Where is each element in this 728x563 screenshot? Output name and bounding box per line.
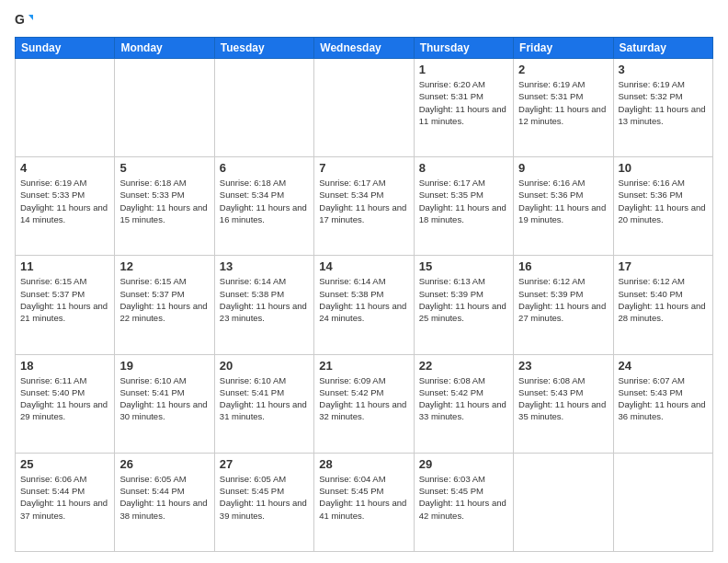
- day-info: Sunrise: 6:04 AM Sunset: 5:45 PM Dayligh…: [319, 473, 408, 522]
- day-info: Sunrise: 6:03 AM Sunset: 5:45 PM Dayligh…: [419, 473, 508, 522]
- day-number: 8: [419, 161, 508, 175]
- calendar-cell: 13Sunrise: 6:14 AM Sunset: 5:38 PM Dayli…: [214, 256, 313, 354]
- week-row-3: 11Sunrise: 6:15 AM Sunset: 5:37 PM Dayli…: [16, 256, 713, 354]
- weekday-header-monday: Monday: [115, 38, 214, 59]
- calendar-cell: 25Sunrise: 6:06 AM Sunset: 5:44 PM Dayli…: [16, 453, 115, 551]
- calendar-cell: 21Sunrise: 6:09 AM Sunset: 5:42 PM Dayli…: [314, 354, 414, 453]
- calendar-cell: 12Sunrise: 6:15 AM Sunset: 5:37 PM Dayli…: [115, 256, 214, 354]
- day-number: 17: [619, 259, 708, 273]
- calendar-cell: 9Sunrise: 6:16 AM Sunset: 5:36 PM Daylig…: [514, 157, 613, 256]
- day-info: Sunrise: 6:19 AM Sunset: 5:31 PM Dayligh…: [518, 78, 608, 127]
- day-number: 18: [20, 359, 109, 373]
- day-info: Sunrise: 6:17 AM Sunset: 5:34 PM Dayligh…: [319, 177, 408, 225]
- weekday-header-sunday: Sunday: [16, 38, 115, 59]
- day-info: Sunrise: 6:20 AM Sunset: 5:31 PM Dayligh…: [419, 78, 508, 127]
- day-info: Sunrise: 6:10 AM Sunset: 5:41 PM Dayligh…: [220, 374, 309, 423]
- calendar-cell: 24Sunrise: 6:07 AM Sunset: 5:43 PM Dayli…: [613, 354, 712, 453]
- header: G: [15, 11, 713, 29]
- day-info: Sunrise: 6:08 AM Sunset: 5:43 PM Dayligh…: [518, 374, 608, 423]
- week-row-1: 1Sunrise: 6:20 AM Sunset: 5:31 PM Daylig…: [16, 59, 713, 157]
- day-number: 22: [419, 359, 508, 373]
- calendar-cell: 1Sunrise: 6:20 AM Sunset: 5:31 PM Daylig…: [414, 59, 513, 157]
- day-info: Sunrise: 6:16 AM Sunset: 5:36 PM Dayligh…: [518, 177, 608, 225]
- day-number: 23: [518, 359, 608, 373]
- day-info: Sunrise: 6:18 AM Sunset: 5:33 PM Dayligh…: [119, 177, 209, 225]
- day-number: 15: [419, 259, 508, 273]
- calendar-cell: [514, 453, 613, 551]
- calendar-cell: 16Sunrise: 6:12 AM Sunset: 5:39 PM Dayli…: [514, 256, 613, 354]
- calendar-cell: 27Sunrise: 6:05 AM Sunset: 5:45 PM Dayli…: [214, 453, 313, 551]
- day-info: Sunrise: 6:08 AM Sunset: 5:42 PM Dayligh…: [419, 374, 508, 423]
- week-row-4: 18Sunrise: 6:11 AM Sunset: 5:40 PM Dayli…: [16, 354, 713, 453]
- weekday-header-tuesday: Tuesday: [214, 38, 313, 59]
- day-info: Sunrise: 6:07 AM Sunset: 5:43 PM Dayligh…: [619, 374, 708, 423]
- day-info: Sunrise: 6:18 AM Sunset: 5:34 PM Dayligh…: [220, 177, 309, 225]
- day-number: 2: [518, 63, 608, 76]
- day-info: Sunrise: 6:11 AM Sunset: 5:40 PM Dayligh…: [20, 374, 109, 423]
- day-info: Sunrise: 6:12 AM Sunset: 5:39 PM Dayligh…: [518, 275, 608, 324]
- calendar-cell: 8Sunrise: 6:17 AM Sunset: 5:35 PM Daylig…: [414, 157, 513, 256]
- svg-text:G: G: [15, 12, 25, 27]
- svg-marker-1: [28, 15, 33, 20]
- calendar-cell: [613, 453, 712, 551]
- weekday-header-saturday: Saturday: [613, 38, 712, 59]
- day-info: Sunrise: 6:13 AM Sunset: 5:39 PM Dayligh…: [419, 275, 508, 324]
- day-number: 20: [220, 359, 309, 373]
- calendar-cell: 18Sunrise: 6:11 AM Sunset: 5:40 PM Dayli…: [16, 354, 115, 453]
- calendar-cell: 26Sunrise: 6:05 AM Sunset: 5:44 PM Dayli…: [115, 453, 214, 551]
- day-number: 12: [119, 259, 209, 273]
- calendar-cell: 6Sunrise: 6:18 AM Sunset: 5:34 PM Daylig…: [214, 157, 313, 256]
- calendar-cell: [16, 59, 115, 157]
- calendar-table: SundayMondayTuesdayWednesdayThursdayFrid…: [15, 37, 713, 552]
- day-number: 27: [220, 457, 309, 471]
- calendar-cell: [314, 59, 414, 157]
- day-info: Sunrise: 6:19 AM Sunset: 5:32 PM Dayligh…: [619, 78, 708, 127]
- calendar-cell: 22Sunrise: 6:08 AM Sunset: 5:42 PM Dayli…: [414, 354, 513, 453]
- day-info: Sunrise: 6:05 AM Sunset: 5:45 PM Dayligh…: [220, 473, 309, 522]
- day-number: 24: [619, 359, 708, 373]
- calendar-cell: 19Sunrise: 6:10 AM Sunset: 5:41 PM Dayli…: [115, 354, 214, 453]
- day-number: 13: [220, 259, 309, 273]
- day-number: 9: [518, 161, 608, 175]
- day-info: Sunrise: 6:15 AM Sunset: 5:37 PM Dayligh…: [119, 275, 209, 324]
- day-info: Sunrise: 6:14 AM Sunset: 5:38 PM Dayligh…: [220, 275, 309, 324]
- day-info: Sunrise: 6:09 AM Sunset: 5:42 PM Dayligh…: [319, 374, 408, 423]
- calendar-cell: 14Sunrise: 6:14 AM Sunset: 5:38 PM Dayli…: [314, 256, 414, 354]
- week-row-2: 4Sunrise: 6:19 AM Sunset: 5:33 PM Daylig…: [16, 157, 713, 256]
- weekday-header-row: SundayMondayTuesdayWednesdayThursdayFrid…: [16, 38, 713, 59]
- week-row-5: 25Sunrise: 6:06 AM Sunset: 5:44 PM Dayli…: [16, 453, 713, 551]
- weekday-header-thursday: Thursday: [414, 38, 513, 59]
- weekday-header-wednesday: Wednesday: [314, 38, 414, 59]
- weekday-header-friday: Friday: [514, 38, 613, 59]
- calendar-cell: 17Sunrise: 6:12 AM Sunset: 5:40 PM Dayli…: [613, 256, 712, 354]
- calendar-cell: 11Sunrise: 6:15 AM Sunset: 5:37 PM Dayli…: [16, 256, 115, 354]
- day-info: Sunrise: 6:06 AM Sunset: 5:44 PM Dayligh…: [20, 473, 109, 522]
- calendar-cell: [115, 59, 214, 157]
- calendar-cell: 7Sunrise: 6:17 AM Sunset: 5:34 PM Daylig…: [314, 157, 414, 256]
- day-number: 7: [319, 161, 408, 175]
- calendar-cell: 3Sunrise: 6:19 AM Sunset: 5:32 PM Daylig…: [613, 59, 712, 157]
- calendar-cell: 29Sunrise: 6:03 AM Sunset: 5:45 PM Dayli…: [414, 453, 513, 551]
- day-info: Sunrise: 6:05 AM Sunset: 5:44 PM Dayligh…: [119, 473, 209, 522]
- day-number: 25: [20, 457, 109, 471]
- calendar-cell: 15Sunrise: 6:13 AM Sunset: 5:39 PM Dayli…: [414, 256, 513, 354]
- day-number: 21: [319, 359, 408, 373]
- day-info: Sunrise: 6:17 AM Sunset: 5:35 PM Dayligh…: [419, 177, 508, 225]
- calendar-cell: 23Sunrise: 6:08 AM Sunset: 5:43 PM Dayli…: [514, 354, 613, 453]
- calendar-cell: 5Sunrise: 6:18 AM Sunset: 5:33 PM Daylig…: [115, 157, 214, 256]
- day-number: 5: [119, 161, 209, 175]
- day-number: 10: [619, 161, 708, 175]
- calendar-cell: [214, 59, 313, 157]
- day-number: 26: [119, 457, 209, 471]
- day-number: 1: [419, 63, 508, 76]
- day-number: 29: [419, 457, 508, 471]
- day-info: Sunrise: 6:14 AM Sunset: 5:38 PM Dayligh…: [319, 275, 408, 324]
- calendar-cell: 2Sunrise: 6:19 AM Sunset: 5:31 PM Daylig…: [514, 59, 613, 157]
- page: G SundayMondayTuesdayWednesdayThursdayFr…: [0, 0, 728, 563]
- day-info: Sunrise: 6:12 AM Sunset: 5:40 PM Dayligh…: [619, 275, 708, 324]
- logo: G: [15, 11, 37, 29]
- day-number: 14: [319, 259, 408, 273]
- day-number: 28: [319, 457, 408, 471]
- calendar-cell: 4Sunrise: 6:19 AM Sunset: 5:33 PM Daylig…: [16, 157, 115, 256]
- day-number: 16: [518, 259, 608, 273]
